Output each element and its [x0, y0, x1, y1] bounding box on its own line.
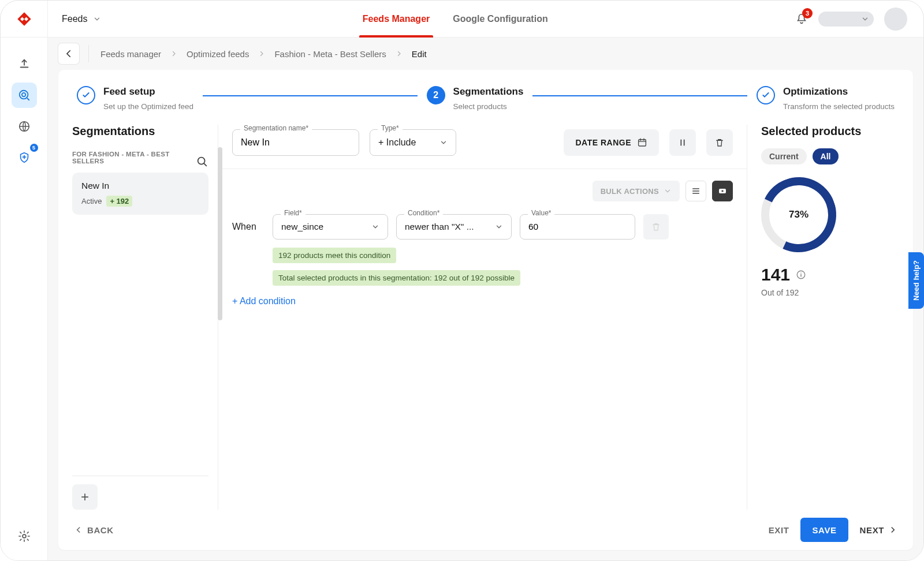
back-button[interactable]: BACK — [74, 525, 114, 535]
bulk-actions-button: BULK ACTIONS — [593, 181, 680, 201]
donut-chart: 73% — [761, 177, 836, 252]
delete-button[interactable] — [706, 129, 733, 156]
step-3-sub: Transform the selected products — [783, 102, 895, 111]
segmentations-subtitle: FOR FASHION - META - BEST SELLERS — [72, 151, 196, 164]
save-button[interactable]: SAVE — [800, 518, 848, 542]
segmentation-item-name: New In — [81, 181, 199, 191]
segmentation-name-label: Segmentation name* — [240, 125, 312, 132]
shield-badge-count: 5 — [30, 144, 38, 152]
add-segmentation-button[interactable]: + — [72, 484, 98, 510]
logo — [1, 1, 48, 37]
step-2-title: Segmentations — [453, 86, 524, 98]
segmentation-item-count: + 192 — [106, 196, 132, 207]
pill-all[interactable]: All — [813, 148, 839, 164]
segmentation-total-info: Total selected products in this segmenta… — [273, 270, 520, 286]
nav-shield[interactable]: 5 — [12, 145, 37, 170]
nav-upload[interactable] — [12, 51, 37, 77]
step-connector — [203, 95, 417, 96]
tab-google-config[interactable]: Google Configuration — [449, 1, 551, 37]
rule-field-select[interactable]: new_since — [273, 214, 388, 240]
rule-field-label: Field* — [281, 209, 305, 217]
svg-rect-5 — [639, 140, 646, 146]
condition-match-info: 192 products meet this condition — [273, 248, 396, 263]
step-1-sub: Set up the Optimized feed — [103, 102, 193, 111]
type-select[interactable]: + Include — [370, 129, 456, 156]
rule-condition-label: Condition* — [404, 209, 443, 217]
segmentations-title: Segmentations — [72, 125, 218, 138]
svg-point-1 — [21, 93, 25, 96]
pause-button[interactable] — [669, 129, 696, 156]
svg-point-3 — [23, 534, 26, 538]
need-help-tab[interactable]: Need help? — [908, 252, 924, 309]
rule-condition-select[interactable]: newer than "X" ... — [396, 214, 512, 240]
step-connector — [532, 95, 747, 96]
segmentation-name-input[interactable] — [232, 129, 359, 156]
step-2-sub: Select products — [453, 102, 524, 111]
type-label: Type* — [378, 125, 403, 132]
feeds-dropdown[interactable]: Feeds — [48, 1, 115, 37]
step-3-title: Optimizations — [783, 86, 895, 98]
rule-value-label: Value* — [528, 209, 554, 217]
breadcrumb-item[interactable]: Fashion - Meta - Best Sellers — [274, 49, 386, 59]
avatar[interactable] — [884, 8, 907, 31]
add-condition-button[interactable]: + Add condition — [232, 296, 733, 306]
nav-settings[interactable] — [12, 523, 37, 549]
account-dropdown[interactable] — [818, 12, 874, 27]
selected-products-title: Selected products — [761, 125, 899, 138]
breadcrumb-current: Edit — [412, 49, 427, 59]
step-1-title: Feed setup — [103, 86, 193, 98]
segmentation-item-status: Active — [81, 197, 102, 205]
notifications-button[interactable]: 3 — [795, 13, 808, 25]
rule-value-input[interactable] — [520, 214, 635, 240]
step-1-done-icon — [77, 86, 95, 104]
pill-current[interactable]: Current — [761, 148, 807, 164]
info-icon[interactable] — [796, 270, 806, 280]
breadcrumb-item[interactable]: Optimized feeds — [187, 49, 249, 59]
scrollbar[interactable] — [218, 147, 222, 320]
notif-count-badge: 3 — [802, 8, 813, 18]
breadcrumb-item[interactable]: Feeds manager — [100, 49, 161, 59]
out-of-label: Out of 192 — [761, 288, 899, 297]
list-view-button[interactable] — [685, 181, 706, 201]
nav-target[interactable] — [12, 83, 37, 108]
next-button[interactable]: NEXT — [860, 525, 897, 535]
segmentation-item[interactable]: New In Active + 192 — [72, 173, 208, 215]
date-range-button[interactable]: DATE RANGE — [564, 129, 659, 156]
tab-feeds-manager[interactable]: Feeds Manager — [359, 1, 433, 37]
exit-button[interactable]: EXIT — [769, 525, 789, 535]
selected-count: 141 — [761, 265, 790, 285]
donut-percent: 73% — [761, 177, 836, 252]
breadcrumb-back[interactable] — [58, 43, 79, 64]
when-label: When — [232, 222, 264, 232]
step-2-number: 2 — [427, 86, 445, 104]
step-3-done-icon — [757, 86, 775, 104]
svg-point-0 — [19, 91, 28, 99]
rule-delete-button — [643, 214, 669, 240]
nav-globe[interactable] — [12, 114, 37, 139]
search-icon[interactable] — [196, 155, 208, 168]
video-view-button[interactable] — [712, 181, 733, 201]
